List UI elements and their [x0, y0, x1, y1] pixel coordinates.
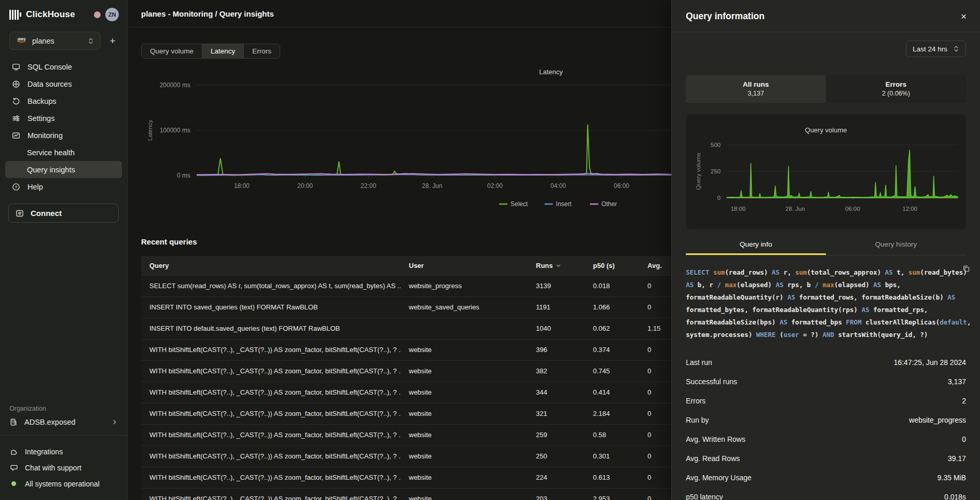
stat-row-run-by: Run bywebsite_progress	[686, 410, 966, 429]
legend-item-other[interactable]: Other	[590, 200, 617, 208]
stat-row-avg-memory-usage: Avg. Memory Usage9.35 MiB	[686, 468, 966, 487]
chart-title: Query volume	[805, 126, 847, 134]
chevron-updown-icon	[953, 45, 959, 52]
sidebar-item-label: Monitoring	[27, 131, 63, 140]
time-range-value: Last 24 hrs	[913, 45, 947, 53]
sidebar-item-query-insights[interactable]: Query insights	[5, 161, 122, 178]
cell-query: SELECT sum(read_rows) AS r, sum(total_ro…	[141, 275, 401, 296]
summary-tab-value: 2 (0.06%)	[826, 90, 966, 97]
x-tick-label: 06:00	[614, 182, 629, 190]
footer-item-all-systems-operational[interactable]: All systems operational	[9, 476, 118, 492]
sql-line: system.processes) WHERE (user = ?) AND s…	[686, 329, 966, 341]
sidebar-item-data-sources[interactable]: Data sources	[5, 75, 122, 92]
sidebar-item-service-health[interactable]: Service health	[5, 144, 122, 161]
cell-user	[401, 318, 528, 339]
column-header-user[interactable]: User	[401, 256, 528, 275]
footer-item-integrations[interactable]: Integrations	[9, 443, 118, 460]
cell-user: website	[401, 488, 528, 500]
cell-p50: 0.018	[585, 275, 639, 296]
stat-value: 2	[962, 397, 966, 405]
cell-query: INSERT INTO saved_queries (text) FORMAT …	[141, 296, 401, 318]
y-tick-label: 0 ms	[177, 172, 190, 179]
query-stats-list: Last run16:47:25, Jun 28 2024Successful …	[686, 353, 966, 500]
integrations-icon	[9, 448, 18, 456]
add-service-button[interactable]: +	[106, 35, 119, 47]
cell-p50: 0.745	[585, 360, 639, 382]
stat-label: Avg. Written Rows	[686, 435, 746, 443]
settings-icon	[12, 114, 21, 123]
footer-item-chat-with-support[interactable]: Chat with support	[9, 460, 118, 476]
cell-p50: 0.374	[585, 339, 639, 360]
sidebar: ClickHouse ZN aws planes + SQL ConsoleDa…	[0, 0, 128, 500]
clickhouse-logo-icon	[9, 10, 21, 20]
connect-icon	[16, 209, 24, 218]
sidebar-item-label: Backups	[27, 97, 57, 105]
cell-query: WITH bitShiftLeft(CAST(?..), _CAST(?..))…	[141, 360, 401, 382]
stat-value: 39.17	[948, 454, 966, 463]
stat-label: Successful runs	[686, 377, 737, 386]
cell-runs: 321	[528, 403, 585, 424]
cell-user: website	[401, 424, 528, 445]
sidebar-item-label: Data sources	[27, 80, 72, 88]
sql-query-block: SELECT sum(read_rows) AS r, sum(total_ro…	[686, 266, 966, 341]
column-header-p50-s[interactable]: p50 (s)	[585, 256, 639, 275]
service-selector[interactable]: aws planes	[9, 32, 101, 50]
panel-header: Query information ×	[672, 0, 980, 32]
x-tick-label: 12:00	[902, 206, 917, 212]
organization-row[interactable]: ADSB.exposed	[9, 418, 119, 426]
runs-errors-segment: All runs3,137Errors2 (0.06%)	[686, 75, 966, 103]
summary-tab-errors[interactable]: Errors2 (0.06%)	[826, 75, 966, 103]
stat-label: Errors	[686, 397, 706, 405]
y-tick-label: 100000 ms	[160, 127, 190, 134]
copy-icon[interactable]	[962, 264, 970, 277]
summary-tab-all-runs[interactable]: All runs3,137	[686, 75, 826, 103]
sidebar-item-help[interactable]: ?Help	[5, 178, 122, 195]
stat-row-p50-latency: p50 latency0.018s	[686, 487, 966, 500]
stat-label: Run by	[686, 416, 709, 424]
service-health-dot-icon[interactable]	[94, 11, 101, 18]
series-query-volume	[727, 150, 958, 198]
sidebar-item-backups[interactable]: Backups	[5, 92, 122, 110]
cell-p50: 0.414	[585, 382, 639, 403]
query-volume-card: Query volumeQuery volume025050018:0028. …	[686, 114, 966, 229]
cell-p50: 1.066	[585, 296, 639, 318]
sidebar-item-label: Service health	[27, 148, 75, 157]
sidebar-item-sql-console[interactable]: SQL Console	[5, 58, 122, 75]
panel-tab-query-info[interactable]: Query info	[686, 234, 826, 255]
chart-tabbar: Query volumeLatencyErrors	[141, 44, 280, 59]
cell-user: website	[401, 403, 528, 424]
sidebar-item-settings[interactable]: Settings	[5, 110, 122, 127]
user-avatar[interactable]: ZN	[105, 8, 119, 21]
panel-tab-query-history[interactable]: Query history	[826, 234, 966, 255]
column-header-query[interactable]: Query	[141, 256, 401, 275]
cell-runs: 396	[528, 339, 585, 360]
column-header-runs[interactable]: Runs	[528, 256, 585, 275]
x-tick-label: 18:00	[234, 182, 250, 190]
x-tick-label: 06:00	[845, 206, 860, 212]
svg-text:?: ?	[15, 184, 18, 189]
cell-p50: 0.062	[585, 318, 639, 339]
y-tick-label: 250	[711, 168, 721, 174]
legend-item-select[interactable]: Select	[499, 200, 528, 208]
cell-runs: 250	[528, 445, 585, 467]
footer-item-label: Chat with support	[25, 464, 81, 472]
sql-line: formatReadableQuantity(r) AS formatted_r…	[686, 291, 966, 304]
cell-p50: 0.613	[585, 467, 639, 488]
connect-button[interactable]: Connect	[8, 204, 119, 223]
sidebar-header: ClickHouse ZN	[0, 0, 127, 26]
x-tick-label: 04:00	[550, 182, 566, 190]
tab-errors[interactable]: Errors	[243, 44, 280, 58]
y-tick-label: 500	[711, 142, 721, 148]
tab-latency[interactable]: Latency	[202, 44, 243, 58]
x-tick-label: 20:00	[297, 182, 313, 190]
time-range-select[interactable]: Last 24 hrs	[906, 40, 966, 57]
close-icon[interactable]: ×	[961, 11, 967, 21]
sidebar-item-monitoring[interactable]: Monitoring	[5, 127, 122, 144]
legend-label: Select	[510, 200, 528, 208]
cell-runs: 344	[528, 382, 585, 403]
tab-query-volume[interactable]: Query volume	[142, 44, 202, 58]
legend-item-insert[interactable]: Insert	[545, 200, 572, 208]
cell-runs: 1040	[528, 318, 585, 339]
stat-label: p50 latency	[686, 493, 723, 500]
summary-tab-label: All runs	[686, 80, 826, 88]
